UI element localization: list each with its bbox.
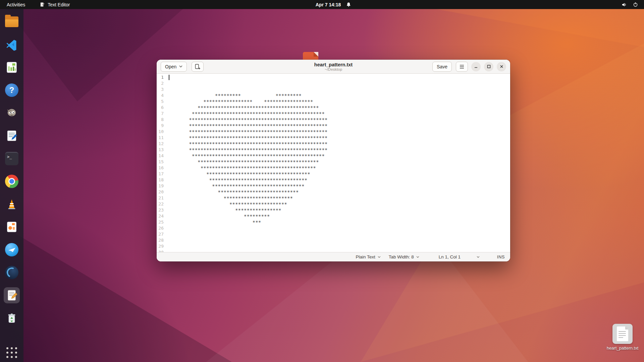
open-button[interactable]: Open [161,62,187,72]
editor-row[interactable]: 2 [157,80,510,86]
editor-row[interactable]: 23 **************** [157,207,510,213]
editor-row[interactable]: 18 ********************************** [157,177,510,183]
language-selector[interactable]: Plain Text [356,254,380,259]
code-line[interactable]: ****************************************… [167,141,510,147]
editor-row[interactable]: 21 ************************ [157,195,510,201]
dock-item-libreoffice-impress[interactable] [4,219,20,235]
focused-app-menu[interactable]: Text Editor [40,2,70,7]
editor-row[interactable]: 8 **************************************… [157,117,510,123]
editor-row[interactable]: 16 *************************************… [157,165,510,171]
code-line[interactable]: *** [167,219,510,225]
code-line[interactable]: ********************************** [167,177,510,183]
dock-item-trash[interactable] [4,310,20,326]
line-number: 11 [157,135,167,141]
code-line[interactable]: ****************************************… [167,105,510,111]
editor-row[interactable]: 25 *** [157,219,510,225]
editor-row[interactable]: 12 *************************************… [157,141,510,147]
dock-item-telegram[interactable] [4,242,20,258]
code-line[interactable]: ***************** ***************** [167,99,510,105]
code-line[interactable] [167,80,510,86]
dock-item-help[interactable]: ? [4,82,20,98]
dock-item-libreoffice-writer[interactable] [4,128,20,144]
editor-row[interactable]: 27 [157,231,510,237]
code-line[interactable]: ****************************************… [167,111,510,117]
editor-row[interactable]: 29 [157,243,510,249]
dock-item-firefox[interactable] [4,264,20,281]
code-line[interactable]: **************************** [167,189,510,195]
line-number: 4 [157,93,167,99]
code-line[interactable]: ****************************************… [167,135,510,141]
editor-row[interactable]: 6 **************************************… [157,105,510,111]
code-line[interactable] [167,249,510,252]
code-line[interactable]: ************************************ [167,171,510,177]
close-button[interactable] [497,62,506,71]
editor-row[interactable]: 3 [157,86,510,93]
code-line[interactable]: ********* [167,213,510,219]
code-line[interactable]: ********* ********* [167,93,510,99]
minimize-button[interactable] [471,62,481,71]
editor-row[interactable]: 7 **************************************… [157,111,510,117]
code-line[interactable]: ******************************** [167,183,510,189]
editor-row[interactable]: 5 ***************** ***************** [157,99,510,105]
clock-area[interactable]: Apr 7 14:18 [316,2,351,7]
code-line[interactable]: ****************************************… [167,129,510,135]
code-line[interactable]: ****************************************… [167,159,510,165]
dock-item-terminal[interactable]: >_ [4,150,20,167]
editor-row[interactable]: 15 *************************************… [157,159,510,165]
editor-row[interactable]: 11 *************************************… [157,135,510,141]
dock-item-vlc[interactable] [4,196,20,212]
code-line[interactable] [167,225,510,231]
tab-width-selector[interactable]: Tab Width: 8 [389,254,419,259]
desktop-file-heart-pattern[interactable]: heart_pattern.txt [602,324,643,351]
activities-button[interactable]: Activities [0,0,32,9]
save-button[interactable]: Save [432,62,452,72]
header-bar[interactable]: Open heart_pattern.txt ~/Desktop Save [157,60,510,74]
editor-row[interactable]: 22 ******************** [157,201,510,207]
show-applications-button[interactable] [6,347,17,358]
code-line[interactable] [167,237,510,243]
code-line[interactable]: ****************************************… [167,123,510,129]
editor-row[interactable]: 24 ********* [157,213,510,219]
line-number: 25 [157,219,167,225]
dock-item-chrome[interactable] [4,173,20,189]
code-line[interactable]: ************************ [167,195,510,201]
dock-item-vscode[interactable] [4,37,20,53]
line-number: 30 [157,249,167,252]
editor-row[interactable]: 9 **************************************… [157,123,510,129]
dock-item-files[interactable] [4,14,20,30]
editor-row[interactable]: 10 *************************************… [157,129,510,135]
code-line[interactable]: ****************************************… [167,117,510,123]
code-line[interactable] [167,86,510,93]
editor-row[interactable]: 19 ******************************** [157,183,510,189]
notification-bell-icon [346,2,351,7]
code-line[interactable]: ******************** [167,201,510,207]
editor-row[interactable]: 28 [157,237,510,243]
main-menu-button[interactable] [456,62,468,72]
line-number: 16 [157,165,167,171]
code-line[interactable]: ****************************************… [167,153,510,159]
code-line[interactable]: ****************************************… [167,147,510,153]
code-line[interactable]: **************************************** [167,165,510,171]
maximize-button[interactable] [484,62,493,71]
editor-area[interactable]: 1234 ********* *********5 **************… [157,74,510,252]
editor-row[interactable]: 13 *************************************… [157,147,510,153]
cursor-position-selector[interactable]: Ln 1, Col 1 [439,254,480,259]
clock-label[interactable]: Apr 7 14:18 [316,2,341,7]
editor-row[interactable]: 4 ********* ********* [157,93,510,99]
dock-item-libreoffice-calc[interactable] [4,59,20,75]
code-line[interactable] [167,231,510,237]
editor-row[interactable]: 26 [157,225,510,231]
system-status-area[interactable] [622,2,644,7]
new-document-button[interactable] [192,62,204,72]
dock-item-gimp[interactable] [4,105,20,121]
editor-row[interactable]: 30 [157,249,510,252]
code-line[interactable] [167,243,510,249]
code-line[interactable] [167,74,510,80]
dock-item-text-editor[interactable] [4,287,20,303]
code-line[interactable]: **************** [167,207,510,213]
editor-row[interactable]: 1 [157,74,510,80]
editor-row[interactable]: 20 **************************** [157,189,510,195]
chevron-down-icon [378,256,381,258]
editor-row[interactable]: 17 ************************************ [157,171,510,177]
editor-row[interactable]: 14 *************************************… [157,153,510,159]
